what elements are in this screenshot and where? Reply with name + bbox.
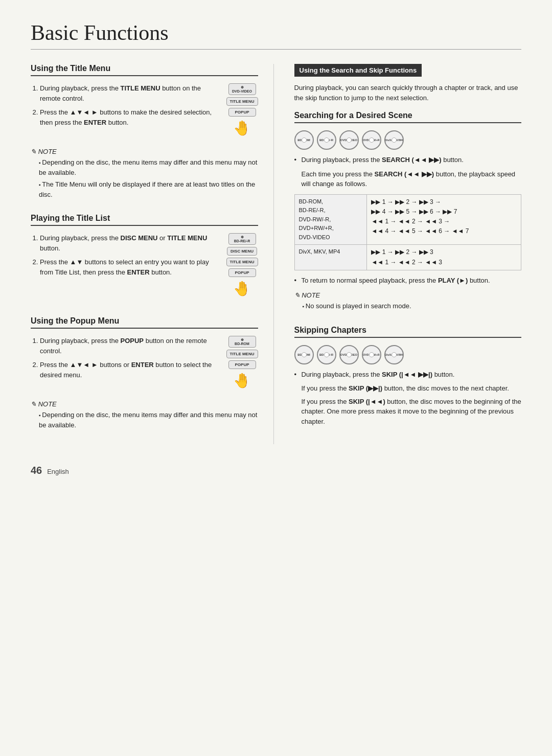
popup-menu-content: ⊕ BD-ROM TITLE MENU POPUP 🤚 During playb…	[31, 336, 258, 394]
note-label-search: NOTE	[294, 291, 522, 299]
note-list-search: No sound is played in search mode.	[294, 301, 522, 311]
table-row: BD-ROM,BD-RE/-R,DVD-RW/-R,DVD+RW/+R,DVD-…	[294, 194, 521, 245]
step-item: Press the ▲▼◄ ► buttons or ENTER button …	[40, 360, 258, 380]
section-skip-heading: Skipping Chapters	[294, 326, 522, 338]
table-cell-values: ▶▶ 1 → ▶▶ 2 → ▶▶ 3 → ▶▶ 4 → ▶▶ 5 → ▶▶ 6 …	[367, 194, 521, 245]
search-para-2: Each time you press the SEARCH (◄◄ ▶▶) b…	[302, 169, 522, 189]
hand-icon-3: 🤚	[233, 372, 251, 389]
skip-disc-dvd-video: DVD-VIDEO	[339, 345, 359, 364]
bd-re-r-btn: ⊕ BD-RE/-R	[228, 233, 256, 245]
popup-btn-3: POPUP	[228, 360, 256, 369]
right-column: Using the Search and Skip Functions Duri…	[294, 64, 522, 444]
skip-bullet-1: During playback, press the SKIP (|◄◄ ▶▶|…	[294, 370, 522, 380]
title-menu-content: ⊕ DVD-VIDEO TITLE MENU POPUP 🤚 During pl…	[31, 83, 258, 142]
note-label-3: NOTE	[31, 400, 258, 408]
page-footer: 46 English	[31, 465, 521, 476]
search-skip-header: Using the Search and Skip Functions	[294, 64, 422, 77]
title-list-remote: ⊕ BD-RE/-R DISC MENU TITLE MENU POPUP 🤚	[226, 233, 258, 297]
step-item: Press the ▲▼ buttons to select an entry …	[40, 257, 258, 277]
note-list-3: Depending on the disc, the menu items ma…	[31, 410, 258, 430]
title-menu-btn-3: TITLE MENU	[226, 350, 258, 358]
page-title: Basic Functions	[31, 20, 521, 50]
step-item: During playback, press the TITLE MENU bu…	[40, 83, 258, 103]
note-item: Depending on the disc, the menu items ma…	[39, 157, 258, 177]
note-item: Depending on the disc, the menu items ma…	[39, 410, 258, 430]
disc-dvd-plus: DVD+RW/+R	[362, 130, 381, 150]
section-title-menu: Using the Title Menu ⊕ DVD-VIDEO TITLE M…	[31, 64, 258, 199]
section-popup-menu: Using the Popup Menu ⊕ BD-ROM TITLE MENU…	[31, 316, 258, 430]
disc-bd-rom: BD-ROM	[294, 130, 314, 150]
search-intro: During playback, you can search quickly …	[294, 83, 522, 103]
disc-menu-btn: DISC MENU	[227, 247, 257, 256]
table-cell-label: DivX, MKV, MP4	[294, 245, 367, 270]
section-title-list: Playing the Title List ⊕ BD-RE/-R DISC M…	[31, 214, 258, 302]
note-item: The Title Menu will only be displayed if…	[39, 179, 258, 199]
page-number: 46	[31, 465, 42, 476]
skip-para-3: If you press the SKIP (|◄◄) button, the …	[302, 397, 522, 427]
skip-disc-dvd-plus: DVD+RW/+R	[362, 345, 381, 364]
step-item: During playback, press the DISC MENU or …	[40, 233, 258, 253]
table-row: DivX, MKV, MP4 ▶▶ 1 → ▶▶ 2 → ▶▶ 3 ◄◄ 1 →…	[294, 245, 521, 270]
step-item: During playback, press the POPUP button …	[40, 336, 258, 356]
popup-btn-2: POPUP	[228, 268, 256, 277]
skip-disc-divx: DivX/MKV/M4	[384, 345, 404, 364]
title-menu-remote: ⊕ DVD-VIDEO TITLE MENU POPUP 🤚	[226, 83, 258, 136]
note-list-1: Depending on the disc, the menu items ma…	[31, 157, 258, 199]
section-popup-menu-heading: Using the Popup Menu	[31, 316, 258, 329]
disc-divx: DivX/MKV/M4	[384, 130, 404, 150]
popup-menu-remote: ⊕ BD-ROM TITLE MENU POPUP 🤚	[226, 336, 258, 389]
title-menu-btn-2: TITLE MENU	[226, 258, 258, 266]
skip-para-2: If you press the SKIP (▶▶|) button, the …	[302, 383, 522, 394]
title-menu-note: NOTE Depending on the disc, the menu ite…	[31, 148, 258, 199]
left-column: Using the Title Menu ⊕ DVD-VIDEO TITLE M…	[31, 64, 274, 444]
disc-bd-re-r: BD-RE/-R	[317, 130, 336, 150]
table-cell-label: BD-ROM,BD-RE/-R,DVD-RW/-R,DVD+RW/+R,DVD-…	[294, 194, 367, 245]
hand-icon-1: 🤚	[233, 120, 251, 136]
dvd-video-btn: ⊕ DVD-VIDEO	[228, 83, 256, 95]
search-disc-icons: BD-ROM BD-RE/-R DVD-VIDEO DVD+RW/+R DivX…	[294, 130, 522, 150]
section-title-menu-heading: Using the Title Menu	[31, 64, 258, 76]
popup-menu-note: NOTE Depending on the disc, the menu ite…	[31, 400, 258, 430]
page-lang: English	[47, 468, 69, 475]
section-search: Searching for a Desired Scene BD-ROM BD-…	[294, 111, 522, 311]
popup-menu-steps: During playback, press the POPUP button …	[31, 336, 258, 380]
skip-disc-icons: BD-ROM BD-RE/-R DVD-VIDEO DVD+RW/+R DivX…	[294, 345, 522, 364]
section-title-list-heading: Playing the Title List	[31, 214, 258, 226]
note-label-1: NOTE	[31, 148, 258, 155]
title-menu-btn: TITLE MENU	[226, 97, 258, 106]
section-skip: Skipping Chapters BD-ROM BD-RE/-R DVD-VI…	[294, 326, 522, 427]
skip-disc-bd-re-r: BD-RE/-R	[317, 345, 336, 364]
title-list-content: ⊕ BD-RE/-R DISC MENU TITLE MENU POPUP 🤚 …	[31, 233, 258, 302]
search-bullet-3: To return to normal speed playback, pres…	[294, 276, 522, 286]
title-menu-steps: During playback, press the TITLE MENU bu…	[31, 83, 258, 127]
title-list-steps: During playback, press the DISC MENU or …	[31, 233, 258, 277]
disc-dvd-video: DVD-VIDEO	[339, 130, 359, 150]
popup-btn-1: POPUP	[228, 108, 256, 117]
bd-rom-btn: ⊕ BD-ROM	[228, 336, 256, 348]
step-item: Press the ▲▼◄ ► buttons to make the desi…	[40, 107, 258, 127]
search-speed-table: BD-ROM,BD-RE/-R,DVD-RW/-R,DVD+RW/+R,DVD-…	[294, 194, 522, 270]
search-bullet-1: During playback, press the SEARCH (◄◄ ▶▶…	[294, 155, 522, 165]
skip-disc-bd-rom: BD-ROM	[294, 345, 314, 364]
search-note: NOTE No sound is played in search mode.	[294, 291, 522, 311]
table-cell-values: ▶▶ 1 → ▶▶ 2 → ▶▶ 3 ◄◄ 1 → ◄◄ 2 → ◄◄ 3	[367, 245, 521, 270]
hand-icon-2: 🤚	[233, 280, 251, 297]
section-search-heading: Searching for a Desired Scene	[294, 111, 522, 123]
note-item: No sound is played in search mode.	[303, 301, 522, 311]
